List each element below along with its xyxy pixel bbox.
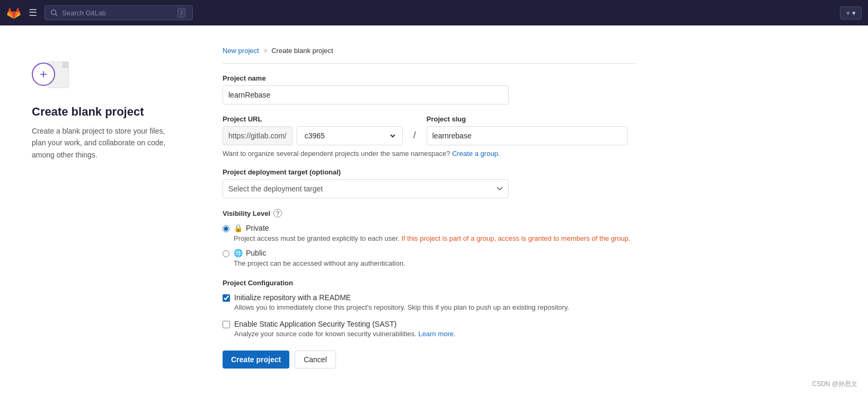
private-content: 🔒 Private Project access must be granted… (234, 224, 631, 243)
navbar-right: + ▾ (840, 6, 862, 20)
url-slash: / (413, 115, 416, 141)
private-description: Project access must be granted explicitl… (234, 234, 631, 243)
project-name-section: Project name (223, 74, 636, 104)
visibility-section: Visibility Level ? 🔒 Private Project acc… (223, 209, 636, 268)
init-readme-row: Initialize repository with a README Allo… (223, 293, 636, 311)
project-name-input[interactable] (223, 85, 509, 104)
project-name-label: Project name (223, 74, 636, 82)
url-namespace[interactable]: c3965 (297, 126, 403, 145)
left-panel: + Create blank project Create a blank pr… (0, 25, 201, 394)
private-option-row: 🔒 Private Project access must be granted… (223, 224, 636, 243)
chevron-down-icon: ▾ (852, 9, 856, 17)
breadcrumb-new-project[interactable]: New project (223, 47, 259, 55)
breadcrumb-separator: > (263, 47, 268, 55)
new-item-button[interactable]: + ▾ (840, 6, 862, 20)
project-url-section: Project URL https://gitlab.com/ c3965 / … (223, 115, 636, 157)
url-hint: Want to organize several dependent proje… (223, 150, 636, 157)
right-panel: New project > Create blank project Proje… (201, 25, 678, 394)
left-title: Create blank project (32, 105, 180, 119)
globe-icon: 🌐 (234, 249, 243, 257)
search-bar: / (45, 5, 193, 20)
search-input[interactable] (62, 9, 173, 17)
footer: CSDN @孙思文 (812, 380, 857, 389)
sast-row: Enable Static Application Security Testi… (223, 320, 636, 338)
namespace-select[interactable]: c3965 (303, 131, 397, 141)
public-radio[interactable] (223, 250, 229, 257)
sast-content: Enable Static Application Security Testi… (234, 320, 456, 338)
gitlab-logo (6, 5, 21, 20)
add-circle-icon: + (32, 63, 55, 86)
breadcrumb-current: Create blank project (271, 47, 333, 55)
search-slash: / (178, 8, 185, 17)
project-icon: + (32, 57, 69, 94)
url-hint-text: Want to organize several dependent proje… (223, 150, 450, 157)
visibility-help-icon[interactable]: ? (273, 209, 282, 217)
config-title: Project Configuration (223, 279, 636, 287)
sast-title: Enable Static Application Security Testi… (234, 320, 456, 328)
plus-icon: + (846, 9, 850, 17)
project-slug-input[interactable] (427, 126, 628, 145)
project-slug-label: Project slug (427, 115, 636, 123)
deployment-target-section: Project deployment target (optional) Sel… (223, 168, 636, 198)
init-readme-content: Initialize repository with a README Allo… (234, 293, 569, 311)
breadcrumb: New project > Create blank project (223, 47, 636, 64)
hamburger-menu[interactable]: ☰ (26, 5, 39, 21)
search-icon (50, 9, 58, 16)
private-title: 🔒 Private (234, 224, 631, 232)
lock-icon: 🔒 (234, 224, 243, 232)
init-readme-desc: Allows you to immediately clone this pro… (234, 303, 569, 311)
deployment-label: Project deployment target (optional) (223, 168, 636, 176)
visibility-label: Visibility Level ? (223, 209, 636, 217)
init-readme-checkbox[interactable] (223, 294, 230, 302)
form-buttons: Create project Cancel (223, 351, 636, 369)
public-title: 🌐 Public (234, 249, 405, 257)
deployment-select[interactable]: Select the deployment target (223, 179, 509, 198)
public-description: The project can be accessed without any … (234, 259, 405, 268)
cancel-button[interactable]: Cancel (295, 351, 336, 369)
public-content: 🌐 Public The project can be accessed wit… (234, 249, 405, 268)
sast-checkbox[interactable] (223, 321, 230, 328)
project-configuration-section: Project Configuration Initialize reposit… (223, 279, 636, 338)
project-url-label: Project URL (223, 115, 403, 123)
svg-line-1 (56, 14, 58, 16)
navbar: ☰ / + ▾ (0, 0, 868, 25)
svg-point-0 (51, 10, 56, 15)
left-description: Create a blank project to store your fil… (32, 125, 180, 161)
create-group-link[interactable]: Create a group. (452, 150, 500, 157)
private-radio[interactable] (223, 225, 229, 232)
public-option-row: 🌐 Public The project can be accessed wit… (223, 249, 636, 268)
create-project-button[interactable]: Create project (223, 351, 289, 369)
sast-desc: Analyze your source code for known secur… (234, 330, 456, 338)
main-content: + Create blank project Create a blank pr… (0, 25, 868, 394)
init-readme-title: Initialize repository with a README (234, 293, 569, 302)
url-base: https://gitlab.com/ (223, 126, 293, 145)
sast-learn-more-link[interactable]: Learn more. (419, 330, 456, 338)
